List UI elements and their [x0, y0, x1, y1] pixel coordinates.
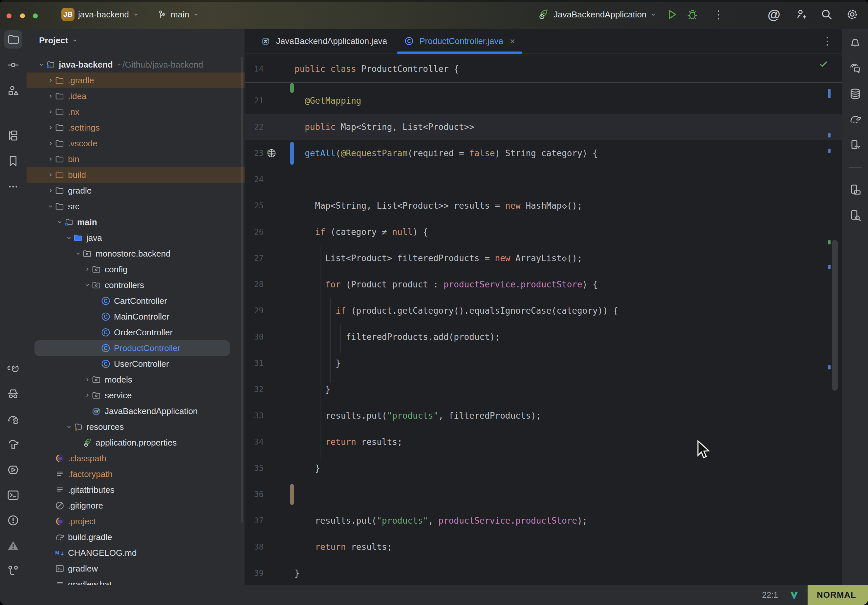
commit-icon[interactable]: [4, 56, 22, 74]
project-selector[interactable]: java-backend: [78, 0, 140, 29]
tree-item--gitignore[interactable]: .gitignore: [26, 498, 245, 514]
close-tab-icon[interactable]: ×: [510, 36, 515, 46]
ai-assistant-icon[interactable]: [846, 59, 864, 77]
run-configuration-selector[interactable]: JavaBackendApplication: [538, 0, 657, 29]
tree-item-java[interactable]: java: [26, 230, 245, 246]
inspections-ok-icon[interactable]: [818, 59, 829, 69]
tree-item-controllers[interactable]: controllers: [26, 277, 245, 293]
notifications-icon[interactable]: [846, 34, 864, 52]
code-editor[interactable]: 14public class ProductController { 21 @G…: [245, 54, 842, 585]
chevron-down-icon[interactable]: [74, 249, 82, 258]
tree-item-monostore-backend[interactable]: monostore.backend: [26, 246, 245, 261]
problems-icon[interactable]: [4, 511, 22, 529]
editor-tab-productcontroller-java[interactable]: CProductController.java×: [395, 29, 524, 54]
code-line-21[interactable]: 21 @GetMapping: [245, 88, 842, 114]
code-line-26[interactable]: 26 if (category ≠ null) {: [245, 219, 842, 245]
structure-icon[interactable]: [4, 81, 22, 100]
more-tools-icon[interactable]: [4, 178, 22, 196]
tree-item-gradle[interactable]: gradle: [26, 183, 245, 198]
vcs-branch-widget[interactable]: main: [157, 0, 200, 29]
database-icon[interactable]: [846, 85, 864, 103]
error-stripe-mark[interactable]: [828, 365, 831, 370]
error-stripe-mark[interactable]: [828, 149, 831, 153]
build-icon[interactable]: [4, 435, 22, 454]
device-mirror-icon[interactable]: [846, 181, 864, 199]
rest-endpoint-globe-icon[interactable]: [266, 148, 277, 158]
gradle-icon[interactable]: [846, 110, 864, 128]
tree-item--idea[interactable]: .idea: [26, 88, 245, 104]
code-line-24[interactable]: 24: [245, 166, 842, 193]
terminal-icon[interactable]: [4, 486, 22, 504]
incognito-icon[interactable]: [4, 385, 22, 403]
code-line-39[interactable]: 39}: [245, 560, 842, 585]
minimize-window-button[interactable]: [20, 14, 25, 19]
project-panel-header[interactable]: Project: [26, 29, 245, 52]
tree-item-service[interactable]: service: [26, 387, 245, 403]
profiler-icon[interactable]: [4, 410, 22, 429]
tree-item-src[interactable]: src: [26, 198, 245, 214]
warnings-icon[interactable]: [4, 537, 22, 555]
tree-item-gradlew[interactable]: gradlew: [26, 561, 245, 576]
tree-item-config[interactable]: config: [26, 261, 245, 277]
tree-item-java-backend[interactable]: java-backend~/Github/java-backend: [26, 57, 245, 73]
tree-item-resources[interactable]: resources: [26, 419, 245, 435]
tree-item-ordercontroller[interactable]: COrderController: [26, 325, 245, 340]
error-stripe-mark[interactable]: [828, 89, 831, 98]
code-line-22[interactable]: 22 public Map<String, List<Product>>: [245, 114, 842, 140]
tree-item-build[interactable]: build: [26, 167, 245, 183]
code-line-35[interactable]: 35 }: [245, 455, 842, 481]
tree-item--project[interactable]: .project: [26, 514, 245, 529]
chevron-right-icon[interactable]: [46, 108, 55, 116]
ai-assistant-button[interactable]: @: [767, 0, 780, 29]
tree-item--nx[interactable]: .nx: [26, 104, 245, 120]
close-window-button[interactable]: [6, 14, 11, 19]
chevron-right-icon[interactable]: [46, 92, 55, 101]
tree-item--factorypath[interactable]: .factorypath: [26, 466, 245, 482]
tree-item-cartcontroller[interactable]: CCartController: [26, 293, 245, 309]
chevron-down-icon[interactable]: [83, 281, 91, 289]
git-branch-icon[interactable]: [4, 562, 22, 580]
chevron-right-icon[interactable]: [46, 170, 55, 179]
gutter-change-marker-blue[interactable]: [290, 142, 294, 165]
code-line-23[interactable]: 23 getAll(@RequestParam(required = false…: [245, 140, 842, 166]
chevron-down-icon[interactable]: [56, 218, 64, 226]
tree-item-bin[interactable]: bin: [26, 151, 245, 167]
chevron-down-icon[interactable]: [65, 422, 73, 431]
code-line-33[interactable]: 33 results.put("products", filteredProdu…: [245, 402, 842, 429]
code-line-38[interactable]: 38 return results;: [245, 534, 842, 560]
caret-position[interactable]: 22:1: [762, 590, 778, 600]
search-everywhere-button[interactable]: [820, 0, 833, 29]
maximize-window-button[interactable]: [33, 14, 38, 19]
chevron-right-icon[interactable]: [46, 186, 55, 195]
chevron-right-icon[interactable]: [83, 375, 91, 384]
tree-item--classpath[interactable]: .classpath: [26, 450, 245, 466]
error-stripe-mark[interactable]: [828, 133, 831, 138]
tree-item-javabackendapplication[interactable]: JavaBackendApplication: [26, 403, 245, 419]
code-line-34[interactable]: 34 return results;: [245, 429, 842, 455]
code-line-27[interactable]: 27 List<Product> filteredProducts = new …: [245, 245, 842, 271]
tree-item--vscode[interactable]: .vscode: [26, 136, 245, 151]
tree-item-usercontroller[interactable]: CUserController: [26, 356, 245, 372]
tree-item-build-gradle[interactable]: build.gradle: [26, 529, 245, 545]
chevron-down-icon[interactable]: [46, 202, 55, 210]
editor-scrollbar[interactable]: [832, 240, 838, 391]
device-explorer-icon[interactable]: [846, 206, 864, 225]
code-line-36[interactable]: 36: [245, 481, 842, 508]
ideavim-icon[interactable]: [789, 590, 799, 600]
error-stripe-mark[interactable]: [828, 240, 831, 244]
speed-cat-icon[interactable]: [4, 360, 22, 378]
tree-item--settings[interactable]: .settings: [26, 120, 245, 136]
gutter-change-marker-green[interactable]: [290, 83, 294, 93]
tree-item-application-properties[interactable]: application.properties: [26, 435, 245, 450]
tree-item-maincontroller[interactable]: CMainController: [26, 309, 245, 325]
tree-item-main[interactable]: main: [26, 214, 245, 230]
chevron-right-icon[interactable]: [83, 265, 91, 274]
code-line-37[interactable]: 37 results.put("products", productServic…: [245, 508, 842, 534]
project-icon-badge[interactable]: JB: [61, 8, 74, 21]
chevron-down-icon[interactable]: [65, 234, 73, 242]
code-line-30[interactable]: 30 filteredProducts.add(product);: [245, 324, 842, 350]
services-icon[interactable]: [4, 461, 22, 479]
project-tree-scrollbar[interactable]: [241, 57, 243, 523]
chevron-right-icon[interactable]: [46, 155, 55, 163]
tree-item--gradle[interactable]: .gradle: [26, 73, 245, 88]
